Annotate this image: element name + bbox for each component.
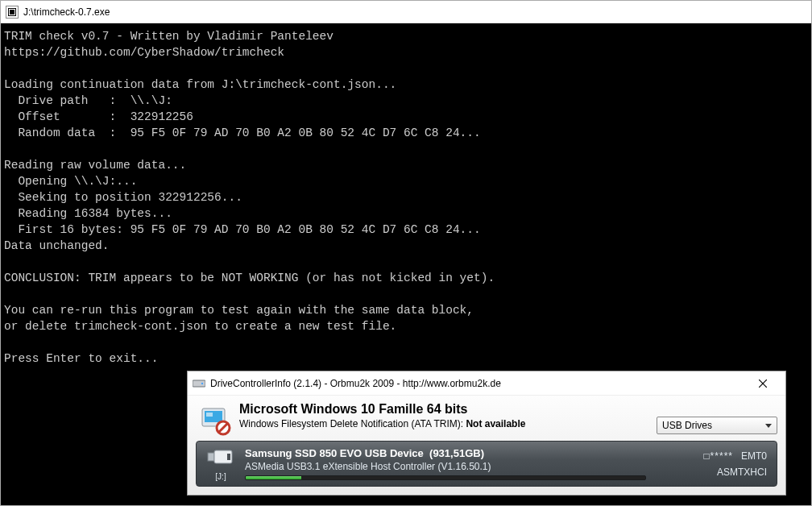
console-title: J:\trimcheck-0.7.exe [23, 6, 110, 18]
drivecontrollerinfo-window: DriveControllerInfo (2.1.4) - Orbmu2k 20… [187, 371, 786, 496]
device-name: Samsung SSD 850 EVO USB Device [245, 447, 424, 459]
svg-rect-3 [193, 380, 205, 387]
console-app-icon [6, 6, 19, 19]
trim-status: Not available [466, 418, 525, 429]
svg-rect-14 [227, 454, 230, 460]
smart-rating: □***** [703, 450, 733, 462]
dci-body: Microsoft Windows 10 Famille 64 bits Win… [188, 396, 785, 495]
device-right-column: □***** EMT0 ASMTXHCI [654, 450, 767, 478]
usb-drive-icon [206, 446, 235, 467]
drive-app-icon [193, 377, 205, 390]
drive-type-value: USB Drives [662, 420, 712, 431]
close-icon [759, 380, 767, 388]
driver-label: ASMTXHCI [654, 467, 767, 478]
dci-header-row: Microsoft Windows 10 Famille 64 bits Win… [196, 402, 777, 436]
dci-titlebar[interactable]: DriveControllerInfo (2.1.4) - Orbmu2k 20… [188, 371, 785, 396]
console-titlebar[interactable]: J:\trimcheck-0.7.exe [1, 1, 811, 23]
device-info: Samsung SSD 850 EVO USB Device (931,51GB… [245, 447, 646, 480]
device-thumb: [J:] [203, 446, 238, 481]
trim-status-line: Windows Filesystem Delete Notification (… [239, 418, 657, 429]
svg-rect-12 [208, 453, 214, 461]
device-size: (931,51GB) [429, 447, 484, 459]
os-title: Microsoft Windows 10 Famille 64 bits [239, 402, 657, 417]
usage-bar [245, 475, 646, 480]
svg-rect-2 [10, 10, 14, 15]
device-controller: ASMedia USB3.1 eXtensible Host Controlle… [245, 461, 646, 472]
trim-label: Windows Filesystem Delete Notification (… [239, 418, 463, 429]
drive-type-dropdown[interactable]: USB Drives [657, 417, 777, 434]
usage-bar-fill [246, 476, 301, 479]
os-text-block: Microsoft Windows 10 Famille 64 bits Win… [239, 402, 657, 429]
device-row[interactable]: [J:] Samsung SSD 850 EVO USB Device (931… [196, 441, 777, 487]
windows-drive-icon [199, 404, 231, 436]
firmware-label: EMT0 [741, 450, 767, 462]
close-button[interactable] [747, 372, 779, 395]
svg-rect-9 [206, 413, 213, 417]
device-name-line: Samsung SSD 850 EVO USB Device (931,51GB… [245, 447, 646, 459]
drive-letter: [J:] [203, 472, 238, 481]
dci-title: DriveControllerInfo (2.1.4) - Orbmu2k 20… [210, 378, 747, 389]
svg-point-4 [201, 382, 203, 384]
